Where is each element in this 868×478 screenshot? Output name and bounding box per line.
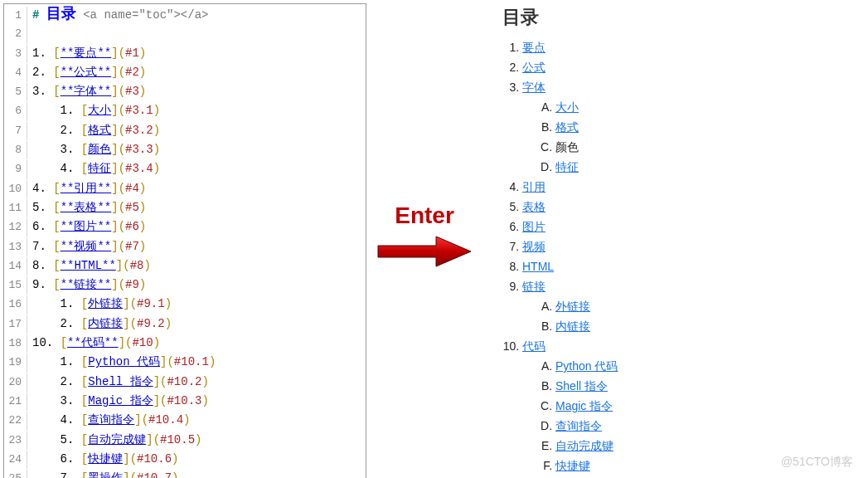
toc-item: 引用 xyxy=(522,178,726,196)
code-line[interactable]: 8 3. [颜色](#3.3) xyxy=(4,140,366,159)
toc-link[interactable]: 快捷键 xyxy=(555,459,590,472)
toc-link[interactable]: 表格 xyxy=(522,200,546,213)
toc-link[interactable]: 视频 xyxy=(522,240,546,253)
code-line[interactable]: 23 5. [自动完成键](#10.5) xyxy=(4,431,366,450)
toc-link[interactable]: 外链接 xyxy=(555,300,590,313)
toc-link[interactable]: HTML xyxy=(522,260,554,273)
toc-link[interactable]: 字体 xyxy=(522,80,546,94)
toc-link[interactable]: 图片 xyxy=(522,220,546,233)
toc-item: 图片 xyxy=(522,217,726,236)
toc-subitem: Shell 指令 xyxy=(555,377,726,395)
line-number: 5 xyxy=(4,83,27,101)
code-content: 9. [**链接**](#9) xyxy=(27,276,146,294)
line-number: 18 xyxy=(4,334,27,353)
toc-link[interactable]: 公式 xyxy=(522,61,546,74)
code-content: 1. [外链接](#9.1) xyxy=(27,295,172,313)
toc-subitem: 查询指令 xyxy=(555,417,726,435)
line-number: 21 xyxy=(4,393,27,411)
line-number: 22 xyxy=(4,412,27,430)
toc-link[interactable]: 特征 xyxy=(555,160,579,173)
toc-item: 要点 xyxy=(522,38,726,56)
toc-subitem: 大小 xyxy=(555,98,726,116)
code-content: # 目录 <a name="toc"></a> xyxy=(27,4,208,24)
code-line[interactable]: 148. [**HTML**](#8) xyxy=(4,256,366,276)
code-line[interactable]: 17 2. [内链接](#9.2) xyxy=(4,315,366,334)
source-editor[interactable]: 1# 目录 <a name="toc"></a>231. [**要点**](#1… xyxy=(3,3,366,478)
code-line[interactable]: 21 3. [Magic 指令](#10.3) xyxy=(4,392,366,411)
toc-item: 视频 xyxy=(522,237,726,256)
toc-sublist: 大小格式颜色特征 xyxy=(522,98,726,176)
line-number: 14 xyxy=(4,257,27,276)
svg-marker-0 xyxy=(378,237,471,266)
code-content: 6. [快捷键](#10.6) xyxy=(27,450,178,468)
code-line[interactable]: 19 1. [Python 代码](#10.1) xyxy=(4,353,366,372)
code-content: 5. [**表格**](#5) xyxy=(27,198,146,217)
code-line[interactable]: 9 4. [特征](#3.4) xyxy=(4,159,366,178)
line-number: 6 xyxy=(4,102,27,120)
code-line[interactable]: 24 6. [快捷键](#10.6) xyxy=(4,450,366,469)
toc-link[interactable]: 引用 xyxy=(522,180,546,193)
code-content: 4. [查询指令](#10.4) xyxy=(27,411,190,429)
toc-link[interactable]: 自动完成键 xyxy=(555,439,613,452)
toc-link[interactable]: Magic 指令 xyxy=(555,399,613,412)
code-content: 2. [格式](#3.2) xyxy=(27,121,160,139)
toc-link[interactable]: 代码 xyxy=(522,339,546,353)
main-container: 1# 目录 <a name="toc"></a>231. [**要点**](#1… xyxy=(0,0,868,478)
code-content: 1. [Python 代码](#10.1) xyxy=(27,353,216,371)
code-content: 3. [Magic 指令](#10.3) xyxy=(27,392,209,410)
line-number: 24 xyxy=(4,451,27,469)
code-line[interactable]: 6 1. [大小](#3.1) xyxy=(4,101,366,120)
toc-link[interactable]: 内链接 xyxy=(555,319,590,333)
code-content: 1. [大小](#3.1) xyxy=(27,101,160,120)
code-line[interactable]: 22 4. [查询指令](#10.4) xyxy=(4,411,366,430)
code-content: 7. [**视频**](#7) xyxy=(27,237,146,256)
code-line[interactable]: 126. [**图片**](#6) xyxy=(4,217,366,237)
toc-link[interactable]: Python 代码 xyxy=(555,359,618,373)
toc-text: 颜色 xyxy=(555,140,579,154)
code-line[interactable]: 20 2. [Shell 指令](#10.2) xyxy=(4,373,366,392)
code-content: 3. [颜色](#3.3) xyxy=(27,140,160,159)
toc-link[interactable]: Shell 指令 xyxy=(555,379,608,393)
code-line[interactable]: 159. [**链接**](#9) xyxy=(4,276,366,295)
line-number: 15 xyxy=(4,276,27,295)
line-number: 20 xyxy=(4,373,27,392)
code-line[interactable]: 1810. [**代码**](#10) xyxy=(4,334,366,353)
enter-label: Enter xyxy=(395,202,454,229)
line-number: 25 xyxy=(4,470,27,478)
toc-subitem: Python 代码 xyxy=(555,357,726,375)
toc-item: HTML xyxy=(522,257,726,276)
code-line[interactable]: 53. [**字体**](#3) xyxy=(4,82,366,101)
code-line[interactable]: 137. [**视频**](#7) xyxy=(4,237,366,256)
toc-item: 链接 xyxy=(522,277,726,295)
toc-link[interactable]: 格式 xyxy=(555,120,579,134)
toc-link[interactable]: 要点 xyxy=(522,41,546,54)
code-content: 6. [**图片**](#6) xyxy=(27,217,146,236)
code-line[interactable]: 16 1. [外链接](#9.1) xyxy=(4,295,366,314)
code-content: 10. [**代码**](#10) xyxy=(27,334,160,352)
toc-subitem: 内链接 xyxy=(555,317,726,335)
code-line[interactable]: 104. [**引用**](#4) xyxy=(4,179,366,198)
line-number: 2 xyxy=(4,25,27,43)
code-line[interactable]: 115. [**表格**](#5) xyxy=(4,198,366,217)
line-number: 9 xyxy=(4,160,27,178)
code-line[interactable]: 7 2. [格式](#3.2) xyxy=(4,121,366,140)
code-line[interactable]: 2 xyxy=(4,25,366,43)
toc-link[interactable]: 查询指令 xyxy=(555,419,602,432)
code-content: 8. [**HTML**](#8) xyxy=(27,256,151,275)
code-content: 4. [特征](#3.4) xyxy=(27,159,160,178)
toc-subitem: 颜色 xyxy=(555,138,726,156)
code-line[interactable]: 25 7. [黑操作](#10.7) xyxy=(4,469,366,478)
line-number: 12 xyxy=(4,218,27,237)
toc-subitem: 格式 xyxy=(555,118,726,136)
code-line[interactable]: 42. [**公式**](#2) xyxy=(4,63,366,82)
toc-link[interactable]: 大小 xyxy=(555,100,579,114)
line-number: 19 xyxy=(4,354,27,372)
toc-link[interactable]: 链接 xyxy=(522,280,546,293)
toc-subitem: 外链接 xyxy=(555,297,726,315)
code-content: 2. [**公式**](#2) xyxy=(27,63,146,81)
arrow-icon xyxy=(375,234,474,269)
toc-subitem: 自动完成键 xyxy=(555,437,726,455)
code-line[interactable]: 31. [**要点**](#1) xyxy=(4,44,366,63)
enter-arrow-block: Enter xyxy=(366,202,482,269)
code-line[interactable]: 1# 目录 <a name="toc"></a> xyxy=(4,4,366,25)
